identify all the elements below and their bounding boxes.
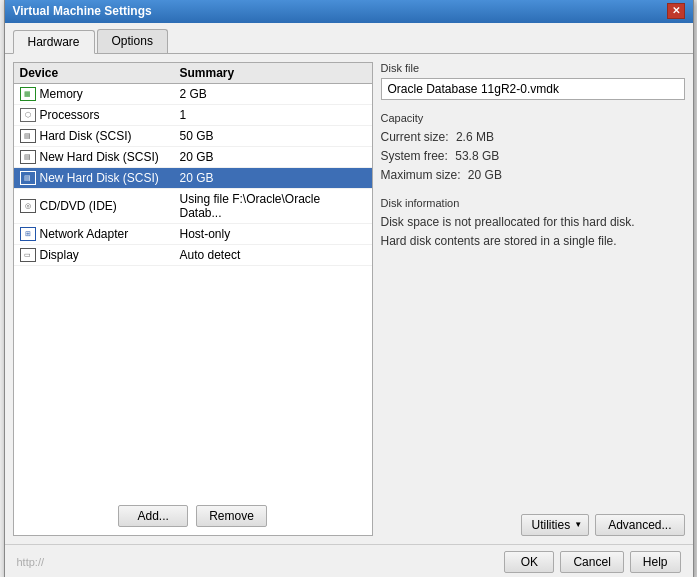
- display-icon: ▭: [20, 248, 36, 262]
- url-placeholder: http://: [17, 556, 499, 568]
- system-free-row: System free: 53.8 GB: [381, 147, 685, 166]
- device-summary-hd3: 20 GB: [180, 171, 366, 185]
- new-harddisk-selected-icon: ▤: [20, 171, 36, 185]
- disk-info-line1: Disk space is not preallocated for this …: [381, 213, 685, 232]
- system-free-value: 53.8 GB: [455, 149, 499, 163]
- main-content: Device Summary ▦ Memory 2 GB ⬡ Processor…: [5, 54, 693, 544]
- header-summary: Summary: [180, 66, 366, 80]
- capacity-section: Capacity Current size: 2.6 MB System fre…: [381, 112, 685, 186]
- main-window: Virtual Machine Settings ✕ Hardware Opti…: [4, 0, 694, 577]
- advanced-button[interactable]: Advanced...: [595, 514, 684, 536]
- table-row[interactable]: ▤ New Hard Disk (SCSI) 20 GB: [14, 147, 372, 168]
- device-name-cdrom: CD/DVD (IDE): [40, 199, 117, 213]
- device-table: Device Summary ▦ Memory 2 GB ⬡ Processor…: [14, 63, 372, 497]
- current-size-label: Current size:: [381, 130, 449, 144]
- device-name-processors: Processors: [40, 108, 100, 122]
- harddisk-icon: ▤: [20, 129, 36, 143]
- disk-info-line2: Hard disk contents are stored in a singl…: [381, 232, 685, 251]
- remove-button[interactable]: Remove: [196, 505, 267, 527]
- window-title: Virtual Machine Settings: [13, 4, 152, 18]
- device-summary-hd2: 20 GB: [180, 150, 366, 164]
- max-size-value: 20 GB: [468, 168, 502, 182]
- table-row[interactable]: ▭ Display Auto detect: [14, 245, 372, 266]
- bottom-bar: http:// OK Cancel Help: [5, 544, 693, 578]
- right-action-buttons: Utilities ▼ Advanced...: [381, 514, 685, 536]
- device-name-network: Network Adapter: [40, 227, 129, 241]
- disk-file-label: Disk file: [381, 62, 685, 74]
- table-header: Device Summary: [14, 63, 372, 84]
- max-size-row: Maximum size: 20 GB: [381, 166, 685, 185]
- device-summary-hd1: 50 GB: [180, 129, 366, 143]
- cancel-button[interactable]: Cancel: [560, 551, 623, 573]
- close-button[interactable]: ✕: [667, 3, 685, 19]
- device-name-display: Display: [40, 248, 79, 262]
- new-harddisk-icon: ▤: [20, 150, 36, 164]
- tab-bar: Hardware Options: [5, 23, 693, 54]
- table-row[interactable]: ▦ Memory 2 GB: [14, 84, 372, 105]
- system-free-label: System free:: [381, 149, 448, 163]
- device-summary-cdrom: Using file F:\Oracle\Oracle Datab...: [180, 192, 366, 220]
- device-summary-memory: 2 GB: [180, 87, 366, 101]
- device-name-hd2: New Hard Disk (SCSI): [40, 150, 159, 164]
- cdrom-icon: ◎: [20, 199, 36, 213]
- device-summary-network: Host-only: [180, 227, 366, 241]
- device-name-hd1: Hard Disk (SCSI): [40, 129, 132, 143]
- table-row[interactable]: ⊞ Network Adapter Host-only: [14, 224, 372, 245]
- tab-hardware[interactable]: Hardware: [13, 30, 95, 54]
- device-summary-display: Auto detect: [180, 248, 366, 262]
- network-icon: ⊞: [20, 227, 36, 241]
- processor-icon: ⬡: [20, 108, 36, 122]
- capacity-label: Capacity: [381, 112, 685, 124]
- table-row[interactable]: ▤ New Hard Disk (SCSI) 20 GB: [14, 168, 372, 189]
- table-row[interactable]: ◎ CD/DVD (IDE) Using file F:\Oracle\Orac…: [14, 189, 372, 224]
- tab-options[interactable]: Options: [97, 29, 168, 53]
- memory-icon: ▦: [20, 87, 36, 101]
- device-name-memory: Memory: [40, 87, 83, 101]
- help-button[interactable]: Help: [630, 551, 681, 573]
- device-list-panel: Device Summary ▦ Memory 2 GB ⬡ Processor…: [13, 62, 373, 536]
- utilities-dropdown-arrow: ▼: [574, 520, 582, 529]
- current-size-value: 2.6 MB: [456, 130, 494, 144]
- max-size-label: Maximum size:: [381, 168, 461, 182]
- current-size-row: Current size: 2.6 MB: [381, 128, 685, 147]
- table-row[interactable]: ⬡ Processors 1: [14, 105, 372, 126]
- titlebar: Virtual Machine Settings ✕: [5, 0, 693, 23]
- utilities-button[interactable]: Utilities ▼: [521, 514, 590, 536]
- device-summary-processors: 1: [180, 108, 366, 122]
- table-row[interactable]: ▤ Hard Disk (SCSI) 50 GB: [14, 126, 372, 147]
- disk-file-section: Disk file: [381, 62, 685, 100]
- left-button-bar: Add... Remove: [14, 497, 372, 535]
- right-panel: Disk file Capacity Current size: 2.6 MB …: [381, 62, 685, 536]
- ok-button[interactable]: OK: [504, 551, 554, 573]
- device-name-hd3: New Hard Disk (SCSI): [40, 171, 159, 185]
- disk-info-label: Disk information: [381, 197, 685, 209]
- disk-file-input[interactable]: [381, 78, 685, 100]
- disk-info-section: Disk information Disk space is not preal…: [381, 197, 685, 251]
- header-device: Device: [20, 66, 180, 80]
- add-button[interactable]: Add...: [118, 505, 188, 527]
